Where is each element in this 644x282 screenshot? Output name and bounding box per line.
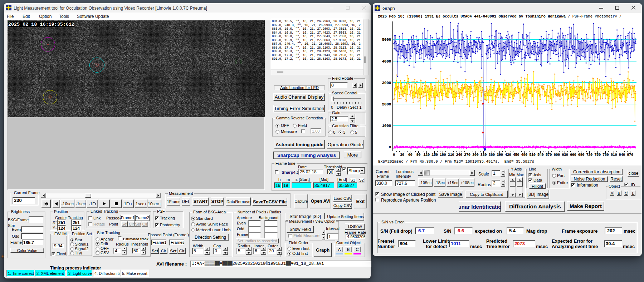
svg-text:180: 180 — [440, 153, 446, 157]
svg-text:5000: 5000 — [382, 37, 391, 42]
svg-text:330: 330 — [480, 153, 487, 157]
svg-text:90: 90 — [416, 153, 420, 157]
svg-text:2000: 2000 — [382, 102, 391, 107]
svg-text:120: 120 — [423, 153, 430, 157]
svg-text:0: 0 — [393, 153, 395, 157]
svg-text:630: 630 — [562, 153, 568, 157]
svg-text:270: 270 — [464, 153, 470, 157]
svg-text:60: 60 — [408, 153, 413, 157]
svg-text:810: 810 — [611, 153, 617, 157]
svg-text:540: 540 — [537, 153, 544, 157]
svg-text:720: 720 — [586, 153, 592, 157]
svg-text:420: 420 — [505, 153, 511, 157]
svg-text:390: 390 — [497, 153, 503, 157]
svg-text:240: 240 — [456, 153, 462, 157]
svg-text:4000: 4000 — [382, 59, 391, 64]
svg-text:3000: 3000 — [382, 80, 391, 85]
svg-text:690: 690 — [578, 153, 585, 157]
svg-text:0: 0 — [389, 145, 391, 149]
svg-text:1000: 1000 — [382, 123, 391, 128]
svg-text:600: 600 — [553, 153, 560, 157]
svg-text:450: 450 — [513, 153, 519, 157]
svg-text:840: 840 — [619, 153, 625, 157]
svg-text:780: 780 — [602, 153, 609, 157]
svg-text:480: 480 — [521, 153, 527, 157]
svg-text:360: 360 — [488, 153, 495, 157]
svg-text:660: 660 — [570, 153, 576, 157]
svg-text:510: 510 — [529, 153, 536, 157]
svg-text:30: 30 — [400, 153, 404, 157]
svg-text:210: 210 — [448, 153, 454, 157]
svg-text:150: 150 — [431, 153, 438, 157]
svg-text:570: 570 — [546, 153, 552, 157]
svg-text:750: 750 — [594, 153, 601, 157]
svg-text:870: 870 — [627, 153, 633, 157]
svg-text:300: 300 — [472, 153, 479, 157]
